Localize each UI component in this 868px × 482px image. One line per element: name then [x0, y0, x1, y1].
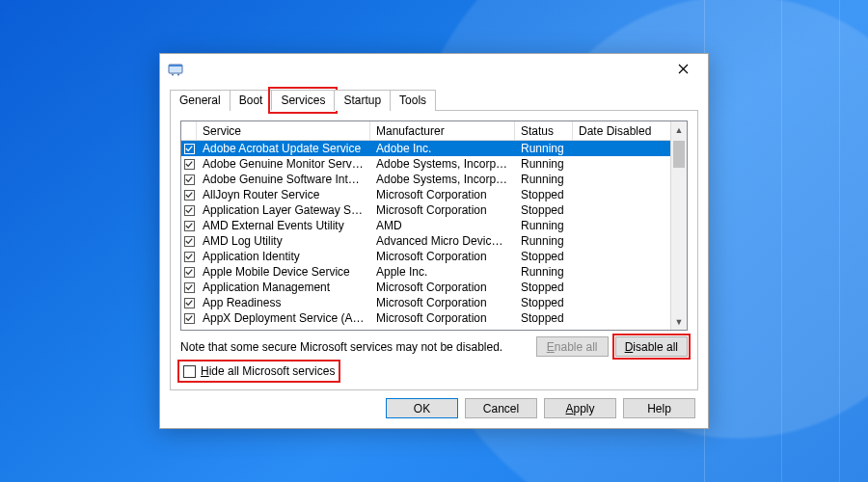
table-row[interactable]: AllJoyn Router ServiceMicrosoft Corporat…: [181, 187, 670, 202]
row-checkbox[interactable]: [181, 252, 197, 262]
cell-manufacturer: Advanced Micro Devices, I...: [370, 234, 515, 248]
close-button[interactable]: [662, 54, 704, 83]
cell-service: AppX Deployment Service (AppX...: [197, 311, 370, 325]
cell-status: Stopped: [515, 296, 573, 309]
scroll-down-icon[interactable]: ▼: [671, 313, 687, 330]
cell-status: Stopped: [515, 203, 573, 217]
cell-service: App Readiness: [197, 296, 370, 309]
table-row[interactable]: Adobe Acrobat Update ServiceAdobe Inc.Ru…: [181, 141, 670, 156]
table-row[interactable]: App ReadinessMicrosoft CorporationStoppe…: [181, 295, 670, 310]
cancel-button[interactable]: Cancel: [465, 398, 537, 418]
table-row[interactable]: Apple Mobile Device ServiceApple Inc.Run…: [181, 264, 670, 280]
help-button[interactable]: Help: [623, 398, 695, 418]
cell-status: Running: [515, 142, 573, 155]
row-checkbox[interactable]: [181, 205, 197, 216]
scrollbar[interactable]: ▲ ▼: [670, 121, 687, 330]
scroll-up-icon[interactable]: ▲: [671, 121, 687, 138]
tab-startup[interactable]: Startup: [334, 90, 391, 111]
ok-button[interactable]: OK: [386, 398, 458, 418]
cell-service: AllJoyn Router Service: [197, 188, 370, 201]
checkbox-icon: [183, 365, 196, 378]
tab-services[interactable]: Services: [271, 90, 335, 111]
table-row[interactable]: Adobe Genuine Software Integri...Adobe S…: [181, 172, 670, 187]
table-row[interactable]: Application ManagementMicrosoft Corporat…: [181, 280, 670, 295]
table-row[interactable]: Adobe Genuine Monitor ServiceAdobe Syste…: [181, 156, 670, 172]
tab-boot[interactable]: Boot: [230, 90, 273, 111]
table-row[interactable]: AMD Log UtilityAdvanced Micro Devices, I…: [181, 233, 670, 249]
cell-status: Running: [515, 157, 573, 171]
cell-status: Stopped: [515, 250, 573, 263]
cell-manufacturer: Microsoft Corporation: [370, 311, 515, 325]
cell-service: Adobe Genuine Software Integri...: [197, 173, 370, 186]
cell-service: Application Layer Gateway Service: [197, 203, 370, 217]
row-checkbox[interactable]: [181, 267, 197, 278]
col-status[interactable]: Status: [515, 121, 573, 140]
scroll-thumb[interactable]: [673, 141, 685, 168]
cell-service: Apple Mobile Device Service: [197, 265, 370, 279]
table-row[interactable]: AMD External Events UtilityAMDRunning: [181, 218, 670, 233]
cell-service: Application Management: [197, 281, 370, 294]
svg-rect-1: [169, 65, 182, 67]
row-checkbox[interactable]: [181, 159, 197, 170]
disable-all-label: isable all: [633, 340, 678, 354]
enable-all-button[interactable]: Enable all: [536, 336, 609, 357]
cell-status: Stopped: [515, 281, 573, 294]
cell-service: Application Identity: [197, 250, 370, 263]
cell-manufacturer: Microsoft Corporation: [370, 250, 515, 263]
hide-microsoft-checkbox[interactable]: Hide all Microsoft services: [180, 362, 338, 380]
close-icon: [678, 64, 689, 74]
cell-service: AMD Log Utility: [197, 234, 370, 248]
cell-manufacturer: Microsoft Corporation: [370, 296, 515, 309]
row-checkbox[interactable]: [181, 221, 197, 231]
row-checkbox[interactable]: [181, 298, 197, 308]
cell-service: Adobe Acrobat Update Service: [197, 142, 370, 155]
cell-manufacturer: Microsoft Corporation: [370, 188, 515, 201]
disable-note: Note that some secure Microsoft services…: [180, 340, 502, 354]
row-checkbox[interactable]: [181, 190, 197, 201]
cell-manufacturer: Adobe Systems, Incorpora...: [370, 157, 515, 171]
apply-button[interactable]: Apply: [544, 398, 616, 418]
cell-manufacturer: Microsoft Corporation: [370, 203, 515, 217]
cell-status: Running: [515, 219, 573, 232]
panel-footer: Note that some secure Microsoft services…: [180, 331, 688, 357]
msconfig-icon: [168, 61, 183, 76]
msconfig-dialog: General Boot Services Startup Tools Serv…: [159, 53, 709, 429]
table-row[interactable]: Application IdentityMicrosoft Corporatio…: [181, 249, 670, 264]
dialog-client: General Boot Services Startup Tools Serv…: [160, 83, 708, 400]
cell-status: Stopped: [515, 188, 573, 201]
cell-service: Adobe Genuine Monitor Service: [197, 157, 370, 171]
row-checkbox[interactable]: [181, 282, 197, 293]
table-row[interactable]: AppX Deployment Service (AppX...Microsof…: [181, 310, 670, 326]
cell-manufacturer: Microsoft Corporation: [370, 281, 515, 294]
titlebar: [160, 54, 708, 83]
services-list[interactable]: Service Manufacturer Status Date Disable…: [180, 120, 688, 331]
table-row[interactable]: Application Layer Gateway ServiceMicroso…: [181, 202, 670, 218]
row-checkbox[interactable]: [181, 174, 197, 185]
desktop-wallpaper: General Boot Services Startup Tools Serv…: [0, 0, 868, 482]
disable-all-button[interactable]: Disable all: [615, 336, 688, 357]
cell-manufacturer: Adobe Systems, Incorpora...: [370, 173, 515, 186]
svg-point-3: [177, 74, 179, 76]
cell-service: AMD External Events Utility: [197, 219, 370, 232]
tab-general[interactable]: General: [170, 90, 231, 111]
hide-microsoft-label: Hide all Microsoft services: [201, 364, 335, 378]
enable-all-label: nable all: [555, 340, 598, 354]
tabstrip: General Boot Services Startup Tools: [170, 89, 698, 111]
list-viewport: Service Manufacturer Status Date Disable…: [181, 121, 670, 330]
row-checkbox[interactable]: [181, 313, 197, 324]
col-date-disabled[interactable]: Date Disabled: [573, 121, 670, 140]
svg-point-2: [172, 74, 174, 76]
cell-manufacturer: Apple Inc.: [370, 265, 515, 279]
col-service[interactable]: Service: [197, 121, 370, 140]
cell-manufacturer: Adobe Inc.: [370, 142, 515, 155]
row-checkbox[interactable]: [181, 236, 197, 247]
cell-status: Running: [515, 265, 573, 279]
cell-manufacturer: AMD: [370, 219, 515, 232]
services-panel: Service Manufacturer Status Date Disable…: [170, 111, 698, 390]
dialog-buttons: OK Cancel Apply Help: [386, 398, 695, 418]
row-checkbox[interactable]: [181, 144, 197, 154]
col-manufacturer[interactable]: Manufacturer: [370, 121, 515, 140]
list-header[interactable]: Service Manufacturer Status Date Disable…: [181, 121, 670, 141]
tab-tools[interactable]: Tools: [390, 90, 436, 111]
cell-status: Running: [515, 173, 573, 186]
